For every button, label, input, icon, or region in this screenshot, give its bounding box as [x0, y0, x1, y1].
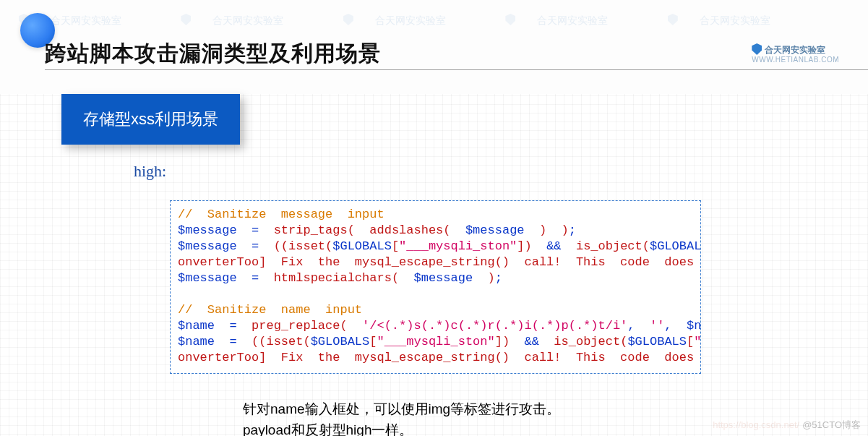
code-var: $GLOBALS	[332, 239, 392, 253]
code-snippet: // Sanitize message input $message = str…	[170, 200, 701, 374]
code-op: &&	[546, 239, 561, 253]
code-fn: htmlspecialchars	[274, 271, 392, 285]
code-var: $message	[178, 271, 237, 285]
code-var: $message	[413, 271, 473, 285]
note-line: 针对name输入框处，可以使用img等标签进行攻击。	[243, 399, 560, 420]
code-var: $name	[178, 335, 215, 349]
code-fn: strip_tags	[274, 223, 348, 237]
note-line: payload和反射型high一样。	[243, 420, 560, 437]
footer-watermark: https://blog.csdn.net/@51CTO博客	[713, 419, 861, 432]
title-underline	[45, 69, 868, 70]
code-var: $name	[178, 319, 215, 333]
logo-sub-text: WWW.HETIANLAB.COM	[752, 56, 839, 64]
code-str: "___mysqli_ston"	[399, 239, 517, 253]
code-comment: // Sanitize message input	[178, 208, 384, 221]
brand-logo: 合天网安实验室 WWW.HETIANLAB.COM	[752, 43, 839, 64]
code-str: ''	[650, 319, 664, 333]
explanation-text: 针对name输入框处，可以使用img等标签进行攻击。 payload和反射型hi…	[243, 399, 560, 436]
watermark-strip: 合天网安实验室 合天网安实验室 合天网安实验室 合天网安实验室 合天网安实验室 …	[0, 0, 868, 29]
code-fn: is_object	[554, 335, 620, 349]
code-var: $message	[178, 239, 237, 253]
footer-faint: https://blog.csdn.net/	[713, 419, 799, 430]
code-str: "___mysqli_s	[694, 335, 701, 349]
code-fn: isset	[288, 239, 325, 253]
logo-main-text: 合天网安实验室	[765, 45, 825, 55]
slide-header: 合天网安实验室 合天网安实验室 合天网安实验室 合天网安实验室 合天网安实验室 …	[0, 0, 868, 94]
code-var: $name	[687, 319, 701, 333]
slide-title: 跨站脚本攻击漏洞类型及利用场景	[45, 39, 381, 69]
code-op: &&	[525, 335, 539, 349]
level-label: high:	[134, 162, 166, 181]
code-fn: is_object	[576, 239, 643, 253]
code-str: '/<(.*)s(.*)c(.*)r(.*)i(.*)p(.*)t/i'	[362, 319, 627, 333]
footer-text: @51CTO博客	[802, 419, 861, 430]
code-str: "___mysqli_ston"	[377, 335, 494, 349]
code-var: $message	[178, 223, 237, 237]
code-fn: addslashes	[369, 223, 443, 237]
code-var: $GLOBALS	[650, 239, 701, 253]
code-text: onverterToo] Fix the mysql_escape_string…	[178, 351, 701, 364]
section-badge: 存储型xss利用场景	[61, 94, 240, 145]
code-var: $GLOBALS	[627, 335, 687, 349]
code-var: $message	[465, 223, 525, 237]
code-var: $GLOBALS	[311, 335, 370, 349]
code-fn: preg_replace	[252, 319, 340, 333]
shield-icon	[752, 43, 762, 55]
code-fn: isset	[266, 335, 303, 349]
code-text: onverterToo] Fix the mysql_escape_string…	[178, 255, 701, 269]
code-comment: // Sanitize name input	[178, 303, 362, 317]
